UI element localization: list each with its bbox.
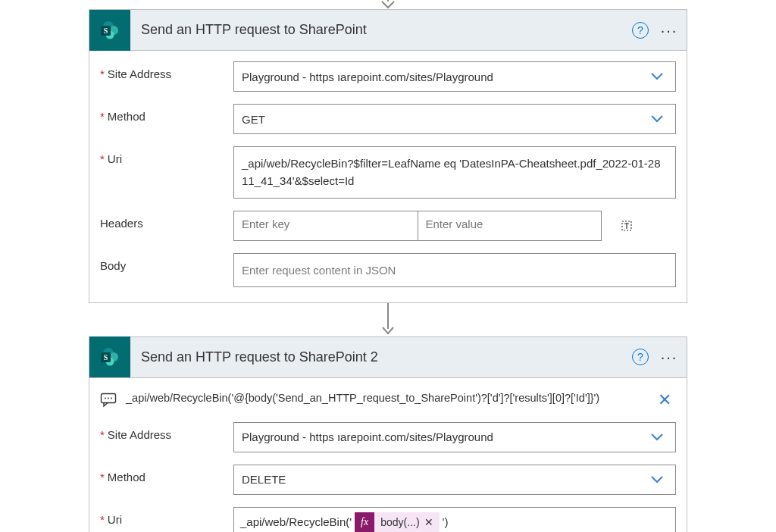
card-title: Send an HTTP request to SharePoint 2 <box>141 349 632 365</box>
switch-to-text-mode-icon[interactable] <box>612 218 641 233</box>
card-header[interactable]: S Send an HTTP request to SharePoint 2 ?… <box>89 337 687 378</box>
svg-point-13 <box>105 397 106 399</box>
fx-label: body(...) <box>380 516 419 528</box>
svg-text:S: S <box>104 353 108 361</box>
flow-arrow-top <box>0 0 776 9</box>
help-icon[interactable]: ? <box>632 349 649 365</box>
more-menu-icon[interactable]: ··· <box>659 349 679 365</box>
method-dropdown[interactable]: GET <box>233 104 676 134</box>
header-key-input[interactable]: Enter key <box>233 211 418 241</box>
label-uri: Uri <box>100 146 233 165</box>
site-address-value: Playground - https ıarepoint.com/sites/P… <box>234 64 639 89</box>
method-dropdown[interactable]: DELETE <box>233 465 676 495</box>
sharepoint-icon: S <box>89 10 130 51</box>
label-method: Method <box>100 465 233 483</box>
action-card-http-sharepoint-2: S Send an HTTP request to SharePoint 2 ?… <box>89 336 687 532</box>
fx-icon: fx <box>355 512 374 532</box>
label-headers: Headers <box>100 211 233 230</box>
header-value-input[interactable]: Enter value <box>418 211 602 241</box>
uri-input[interactable]: _api/web/RecycleBin(' fx body(...) ✕ ') <box>233 507 676 532</box>
help-icon[interactable]: ? <box>632 22 649 39</box>
body-input[interactable]: Enter request content in JSON <box>233 253 676 287</box>
uri-text-suffix: ') <box>443 515 449 528</box>
method-value: GET <box>234 107 639 132</box>
chevron-down-icon[interactable] <box>639 114 675 124</box>
chevron-down-icon[interactable] <box>639 72 675 81</box>
label-method: Method <box>100 104 233 123</box>
uri-input[interactable]: _api/web/RecycleBin?$filter=LeafName eq … <box>233 146 676 199</box>
label-site-address: Site Address <box>100 422 233 441</box>
comment-icon <box>100 392 117 408</box>
label-uri: Uri <box>100 507 233 526</box>
action-card-http-sharepoint-1: S Send an HTTP request to SharePoint ? ·… <box>89 9 687 303</box>
site-address-dropdown[interactable]: Playground - https ıarepoint.com/sites/P… <box>233 61 676 92</box>
svg-point-14 <box>108 397 109 399</box>
label-body: Body <box>100 253 233 272</box>
flow-arrow-middle <box>0 303 776 336</box>
site-address-value: Playground - https ıarepoint.com/sites/P… <box>234 424 639 449</box>
chevron-down-icon[interactable] <box>639 475 675 484</box>
comment-text: _api/web/RecycleBin('@{body('Send_an_HTT… <box>126 390 644 406</box>
card-header[interactable]: S Send an HTTP request to SharePoint ? ·… <box>89 10 687 51</box>
close-icon[interactable]: ✕ <box>653 390 676 410</box>
site-address-dropdown[interactable]: Playground - https ıarepoint.com/sites/P… <box>233 422 676 452</box>
remove-token-icon[interactable]: ✕ <box>424 516 433 528</box>
card-title: Send an HTTP request to SharePoint <box>141 22 632 38</box>
svg-text:S: S <box>104 27 108 35</box>
uri-text-prefix: _api/web/RecycleBin(' <box>240 515 352 528</box>
method-value: DELETE <box>234 467 639 492</box>
label-site-address: Site Address <box>100 61 233 80</box>
expression-token[interactable]: fx body(...) ✕ <box>355 512 439 532</box>
sharepoint-icon: S <box>89 336 130 377</box>
svg-point-15 <box>111 397 112 399</box>
more-menu-icon[interactable]: ··· <box>659 23 679 38</box>
chevron-down-icon[interactable] <box>639 433 675 442</box>
